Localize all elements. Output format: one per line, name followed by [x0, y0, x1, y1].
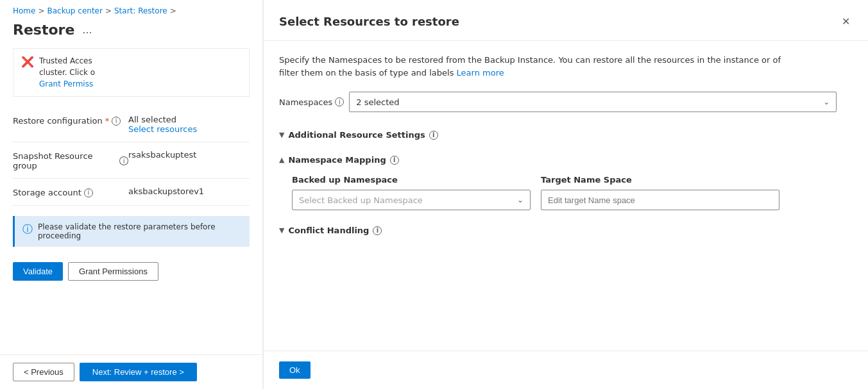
namespaces-field-row: Namespaces i 2 selected ⌄	[279, 92, 853, 112]
modal-footer: Ok	[264, 351, 868, 389]
target-namespace-input[interactable]	[541, 190, 779, 210]
warning-icon: ❌	[21, 56, 34, 68]
target-namespace-column: Target Name Space	[541, 175, 779, 210]
namespaces-label: Namespaces i	[279, 97, 344, 107]
close-button[interactable]: ✕	[839, 13, 853, 30]
breadcrumb-backup-center[interactable]: Backup center	[47, 6, 103, 15]
modal-title: Select Resources to restore	[279, 15, 459, 28]
namespace-mapping-content: Backed up Namespace Select Backed up Nam…	[279, 170, 853, 215]
snapshot-rg-row: Snapshot Resource group i rsaksbackuptes…	[13, 142, 250, 179]
namespaces-dropdown[interactable]: 2 selected ⌄	[349, 92, 837, 112]
conflict-handling-header[interactable]: ▼ Conflict Handling i	[279, 220, 853, 240]
namespace-mapping-grid: Backed up Namespace Select Backed up Nam…	[292, 175, 779, 210]
conflict-handling-section: ▼ Conflict Handling i	[279, 220, 853, 240]
additional-resource-settings-header[interactable]: ▼ Additional Resource Settings i	[279, 125, 853, 145]
breadcrumb-start-restore[interactable]: Start: Restore	[114, 6, 167, 15]
required-indicator: *	[105, 116, 110, 126]
action-buttons-row: Validate Grant Permissions	[0, 257, 262, 291]
restore-config-info-icon[interactable]: i	[112, 117, 121, 126]
target-namespace-col-label: Target Name Space	[541, 175, 779, 185]
modal-description: Specify the Namespaces to be restored fr…	[279, 54, 792, 79]
breadcrumb-sep2: >	[105, 6, 112, 15]
conflict-handling-label: Conflict Handling	[288, 226, 369, 235]
chevron-up-icon: ▲	[279, 156, 284, 164]
namespaces-dropdown-arrow: ⌄	[823, 97, 830, 106]
ok-button[interactable]: Ok	[279, 361, 311, 379]
snapshot-rg-value: rsaksbackuptest	[128, 150, 250, 160]
storage-account-value: aksbackupstorev1	[128, 186, 250, 196]
storage-account-label: Storage account i	[13, 186, 128, 197]
namespace-mapping-label: Namespace Mapping	[288, 155, 386, 165]
ellipsis-button[interactable]: ...	[80, 22, 94, 37]
conflict-handling-info-icon[interactable]: i	[373, 226, 382, 235]
storage-account-row: Storage account i aksbackupstorev1	[13, 179, 250, 206]
additional-resource-settings-label: Additional Resource Settings	[288, 130, 425, 140]
form-section: Restore configuration * i All selected S…	[0, 107, 262, 206]
info-banner: ⓘ Please validate the restore parameters…	[13, 216, 250, 247]
restore-config-value: All selected Select resources	[128, 115, 250, 134]
grant-permissions-link[interactable]: Grant Permiss	[39, 79, 93, 88]
left-panel: Home > Backup center > Start: Restore > …	[0, 0, 263, 389]
backed-up-namespace-arrow: ⌄	[517, 195, 523, 204]
storage-account-info-icon[interactable]: i	[84, 188, 93, 197]
additional-resource-settings-section: ▼ Additional Resource Settings i	[279, 125, 853, 145]
backed-up-namespace-dropdown[interactable]: Select Backed up Namespace ⌄	[292, 190, 531, 210]
namespace-mapping-info-icon[interactable]: i	[390, 156, 399, 165]
validate-button[interactable]: Validate	[13, 262, 63, 281]
backed-up-namespace-placeholder: Select Backed up Namespace	[299, 195, 423, 205]
namespace-mapping-header[interactable]: ▲ Namespace Mapping i	[279, 150, 853, 170]
info-banner-icon: ⓘ	[22, 223, 33, 236]
page-title-row: Restore ...	[0, 19, 262, 48]
snapshot-rg-label: Snapshot Resource group i	[13, 150, 128, 170]
breadcrumb: Home > Backup center > Start: Restore >	[0, 0, 262, 19]
breadcrumb-sep3: >	[170, 6, 176, 15]
warning-box: ❌ Trusted Accescluster. Click o Grant Pe…	[13, 48, 250, 97]
snapshot-rg-info-icon[interactable]: i	[119, 156, 128, 165]
namespaces-value: 2 selected	[356, 97, 399, 107]
learn-more-link[interactable]: Learn more	[457, 68, 504, 78]
namespace-mapping-section: ▲ Namespace Mapping i Backed up Namespac…	[279, 150, 853, 215]
breadcrumb-sep1: >	[38, 6, 44, 15]
page-title: Restore	[13, 22, 74, 38]
chevron-right-icon: ▼	[279, 131, 284, 139]
modal-header: Select Resources to restore ✕	[264, 0, 868, 41]
backed-up-namespace-column: Backed up Namespace Select Backed up Nam…	[292, 175, 531, 210]
info-banner-text: Please validate the restore parameters b…	[38, 222, 242, 240]
namespaces-info-icon[interactable]: i	[335, 97, 344, 106]
next-button[interactable]: Next: Review + restore >	[80, 363, 197, 381]
restore-config-label: Restore configuration * i	[13, 115, 128, 126]
select-resources-link[interactable]: Select resources	[128, 124, 250, 134]
bottom-nav: < Previous Next: Review + restore >	[0, 354, 262, 389]
modal-body: Specify the Namespaces to be restored fr…	[264, 41, 868, 351]
warning-text: Trusted Accescluster. Click o Grant Perm…	[39, 55, 95, 90]
previous-button[interactable]: < Previous	[13, 363, 74, 381]
breadcrumb-home[interactable]: Home	[13, 6, 35, 15]
right-panel: Select Resources to restore ✕ Specify th…	[263, 0, 868, 389]
restore-config-row: Restore configuration * i All selected S…	[13, 107, 250, 142]
backed-up-namespace-col-label: Backed up Namespace	[292, 175, 531, 185]
conflict-chevron-right-icon: ▼	[279, 226, 284, 235]
grant-permissions-button[interactable]: Grant Permissions	[68, 262, 158, 281]
additional-resource-info-icon[interactable]: i	[429, 131, 438, 140]
